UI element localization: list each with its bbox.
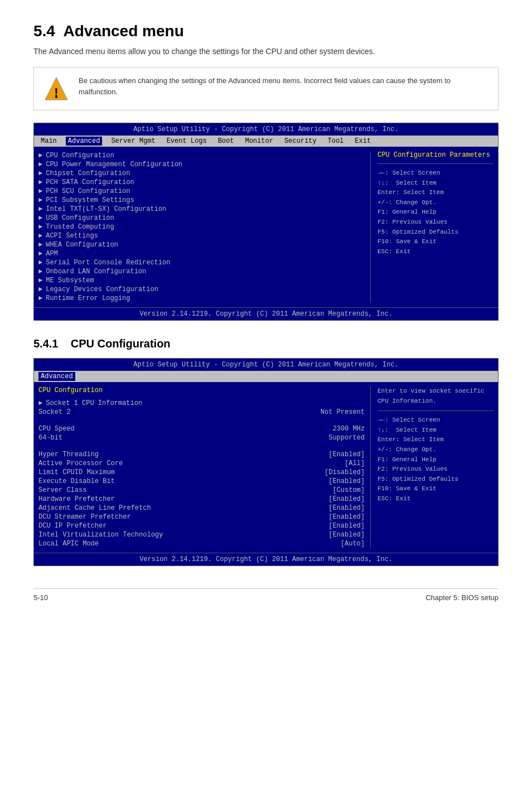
svg-point-2: [55, 96, 57, 98]
nav-tool[interactable]: Tool: [326, 137, 346, 146]
cpu-help-change-opt: +/-: Change Opt.: [378, 445, 494, 455]
cpu-execute-disable-row: Execute Disable Bit [Enabled]: [38, 477, 365, 486]
menu-acpi[interactable]: ► ACPI Settings: [38, 231, 365, 240]
nav-server-mgmt[interactable]: Server Mgmt: [109, 137, 157, 146]
nav-advanced[interactable]: Advanced: [66, 137, 103, 146]
cpu-server-class-value: [Custom]: [332, 486, 365, 494]
menu-intel-txt[interactable]: ► Intel TXT(LT-SX) Configuration: [38, 205, 365, 214]
cpu-hw-prefetcher-label: Hardware Prefetcher: [38, 495, 115, 503]
cpu-adj-cache-label: Adjacent Cache Line Prefetch: [38, 504, 151, 512]
cpu-local-apic-label: Local APIC Mode: [38, 540, 99, 548]
cpu-help-select-item: ↑↓: Select Item: [378, 426, 494, 436]
cpu-dcu-ip-label: DCU IP Prefetcher: [38, 522, 107, 530]
cpu-local-apic-row: Local APIC Mode [Auto]: [38, 539, 365, 548]
cpu-adj-cache-value: [Enabled]: [328, 504, 365, 512]
cpu-execute-disable-value: [Enabled]: [328, 477, 365, 485]
menu-onboard-lan[interactable]: ► Onboard LAN Configuration: [38, 267, 365, 276]
help-esc: ESC: Exit: [378, 247, 494, 257]
help-change-opt: +/-: Change Opt.: [378, 198, 494, 208]
cpu-hyperthreading-row: Hyper Threading [Enabled]: [38, 450, 365, 459]
cpu-64bit-row: 64-bit Supported: [38, 433, 365, 442]
cpu-dcu-ip-value: [Enabled]: [328, 522, 365, 530]
menu-pch-sata[interactable]: ► PCH SATA Configuration: [38, 178, 365, 187]
help-f10: F10: Save & Exit: [378, 237, 494, 247]
cpu-help-f10: F10: Save & Exit: [378, 484, 494, 494]
warning-box: ! Be cautious when changing the settings…: [33, 67, 499, 110]
menu-whea[interactable]: ► WHEA Configuration: [38, 240, 365, 249]
bios-main-body: ► CPU Configuration ► CPU Power Manageme…: [34, 147, 498, 307]
bios-main-right: CPU Configuration Parameters →←: Select …: [371, 151, 494, 303]
bios-main-header: Aptio Setup Utility - Copyright (C) 2011…: [34, 123, 498, 136]
bios-main-footer: Version 2.14.1219. Copyright (C) 2011 Am…: [34, 307, 498, 320]
cpu-limit-cpuid-label: Limit CPUID Maximum: [38, 468, 115, 476]
bios-cpu-screen: Aptio Setup Utility - Copyright (C) 2011…: [33, 358, 499, 566]
bios-main-screen: Aptio Setup Utility - Copyright (C) 2011…: [33, 123, 499, 321]
cpu-help-f1: F1: General Help: [378, 455, 494, 465]
nav-security[interactable]: Security: [282, 137, 319, 146]
bios-cpu-right: Enter to view socket soecific CPU Inform…: [371, 386, 494, 548]
cpu-hyperthreading-label: Hyper Threading: [38, 451, 99, 458]
cpu-help-esc: ESC: Exit: [378, 494, 494, 504]
nav-event-logs[interactable]: Event Logs: [165, 137, 209, 146]
help-f5: F5: Optimized Defaults: [378, 228, 494, 238]
bios-main-nav: Main Advanced Server Mgmt Event Logs Boo…: [34, 136, 498, 147]
bios-cpu-nav: Advanced: [34, 371, 498, 382]
cpu-active-core-row: Active Processor Core [All]: [38, 459, 365, 468]
nav-monitor[interactable]: Monitor: [243, 137, 275, 146]
cpu-server-class-row: Server Class [Custom]: [38, 486, 365, 495]
subsection-title: 5.4.1 CPU Configuration: [33, 337, 499, 350]
menu-legacy-devices[interactable]: ► Legacy Devices Configuration: [38, 285, 365, 294]
warning-text: Be cautious when changing the settings o…: [79, 75, 489, 97]
cpu-active-core-label: Active Processor Core: [38, 460, 123, 467]
warning-icon: !: [43, 75, 70, 102]
section-description: The Advanced menu items allow you to cha…: [33, 47, 499, 56]
menu-me-subsystem[interactable]: ► ME Subsystem: [38, 276, 365, 285]
nav-boot[interactable]: Boot: [216, 137, 236, 146]
cpu-64bit-label: 64-bit: [38, 434, 62, 442]
cpu-speed-value: 2300 MHz: [332, 425, 365, 433]
menu-pch-scu[interactable]: ► PCH SCU Configuration: [38, 187, 365, 196]
help-divider: [378, 163, 494, 164]
cpu-dcu-ip-row: DCU IP Prefetcher [Enabled]: [38, 521, 365, 530]
menu-usb[interactable]: ► USB Configuration: [38, 214, 365, 223]
menu-apm[interactable]: ► APM: [38, 249, 365, 258]
menu-trusted-computing[interactable]: ► Trusted Computing: [38, 223, 365, 231]
cpu-execute-disable-label: Execute Disable Bit: [38, 477, 115, 485]
bios-right-title: CPU Configuration Parameters: [378, 151, 494, 159]
menu-pci[interactable]: ► PCI Subsystem Settings: [38, 196, 365, 205]
cpu-socket2-value: Not Present: [321, 408, 365, 416]
cpu-dcu-streamer-value: [Enabled]: [328, 513, 365, 521]
nav-exit[interactable]: Exit: [352, 137, 373, 146]
nav-cpu-advanced[interactable]: Advanced: [38, 372, 75, 381]
help-f2: F2: Previous Values: [378, 218, 494, 228]
cpu-virt-tech-row: Intel Virtualization Technology [Enabled…: [38, 530, 365, 539]
menu-serial-port[interactable]: ► Serial Port Console Redirection: [38, 258, 365, 267]
help-select-screen: →←: Select Screen: [378, 168, 494, 178]
cpu-hw-prefetcher-value: [Enabled]: [328, 495, 365, 503]
cpu-help-select-screen: →←: Select Screen: [378, 416, 494, 426]
menu-runtime-error[interactable]: ► Runtime Error Logging: [38, 294, 365, 303]
page-footer: 5-10 Chapter 5: BIOS setup: [33, 588, 499, 602]
cpu-dcu-streamer-label: DCU Streamer Prefetcher: [38, 513, 131, 521]
chapter-label: Chapter 5: BIOS setup: [425, 593, 499, 602]
menu-cpu-power[interactable]: ► CPU Power Management Configuration: [38, 160, 365, 169]
cpu-64bit-value: Supported: [328, 434, 365, 442]
nav-main[interactable]: Main: [38, 137, 59, 146]
cpu-help-f2: F2: Previous Values: [378, 465, 494, 475]
cpu-dcu-streamer-row: DCU Streamer Prefetcher [Enabled]: [38, 513, 365, 521]
cpu-virt-tech-label: Intel Virtualization Technology: [38, 531, 163, 539]
bios-cpu-header: Aptio Setup Utility - Copyright (C) 2011…: [34, 359, 498, 371]
menu-chipset[interactable]: ► Chipset Configuration: [38, 169, 365, 178]
cpu-help-f5: F5: Optimized Defaults: [378, 475, 494, 485]
cpu-socket1-info[interactable]: ► Socket 1 CPU Information: [38, 399, 365, 408]
cpu-limit-cpuid-row: Limit CPUID Maximum [Disabled]: [38, 468, 365, 477]
cpu-hw-prefetcher-row: Hardware Prefetcher [Enabled]: [38, 495, 365, 504]
cpu-help-divider: [378, 410, 494, 411]
bios-cpu-body: CPU Confguration ► Socket 1 CPU Informat…: [34, 382, 498, 553]
menu-cpu-config[interactable]: ► CPU Configuration: [38, 151, 365, 160]
bios-cpu-footer: Version 2.14.1219. Copyright (C) 2011 Am…: [34, 553, 498, 566]
bios-main-menu: ► CPU Configuration ► CPU Power Manageme…: [38, 151, 371, 303]
cpu-speed-label: CPU Speed: [38, 425, 75, 433]
cpu-speed-row: CPU Speed 2300 MHz: [38, 424, 365, 433]
cpu-local-apic-value: [Auto]: [341, 540, 365, 548]
